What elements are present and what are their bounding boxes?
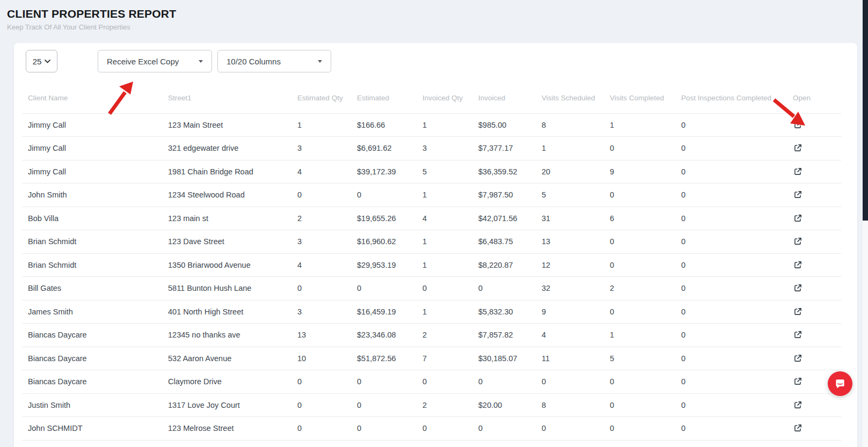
cell-open [787,207,841,230]
cell-visits-scheduled: 11 [536,347,604,370]
cell-open [787,184,841,207]
cell-estimated: 0 [351,184,417,207]
external-link-icon [794,167,802,175]
cell-client-name: John Smith [22,184,162,207]
open-row-button[interactable] [793,353,803,363]
cell-visits-scheduled: 20 [536,160,604,184]
cell-street1: 401 North High Street [162,300,291,324]
receive-excel-copy-dropdown[interactable]: Receive Excel Copy [98,50,212,72]
chevron-down-icon [45,60,50,63]
cell-visits-completed: 0 [604,417,675,441]
external-link-icon [794,144,802,152]
open-row-button[interactable] [793,423,803,433]
cell-street1: 532 Aaron Avenue [162,347,291,370]
cell-post-inspections-completed: 0 [675,113,787,137]
cell-estimated: $6,691.62 [351,137,417,160]
cell-visits-completed: 0 [604,184,675,207]
open-row-button[interactable] [793,236,803,246]
cell-open [787,113,841,137]
cell-invoiced: $7,857.82 [472,324,536,347]
table-row: Biancas Daycare 532 Aaron Avenue 10 $51,… [22,347,841,370]
cell-street1: 321 edgewater drive [162,137,291,160]
cell-street1: 123 main st [162,207,291,230]
open-row-button[interactable] [793,189,803,200]
open-row-button[interactable] [793,166,803,177]
cell-post-inspections-completed: 0 [675,207,787,230]
table-body: Jimmy Call 123 Main Street 1 $166.66 1 $… [22,113,841,440]
scrollbar[interactable] [863,0,868,447]
cell-client-name: John SCHMIDT [22,417,162,441]
cell-open [787,300,841,324]
cell-open [787,277,841,301]
cell-open [787,230,841,254]
open-row-button[interactable] [793,283,803,293]
cell-estimated: $16,960.62 [351,230,417,254]
table-controls: 25 Receive Excel Copy 10/20 Columns [14,43,857,72]
cell-invoiced-qty: 1 [417,113,472,137]
open-row-button[interactable] [793,213,803,223]
chat-launcher-button[interactable] [828,371,852,396]
cell-visits-completed: 5 [604,347,675,370]
cell-client-name: Jimmy Call [22,113,162,137]
open-row-button[interactable] [793,376,803,386]
cell-estimated-qty: 3 [291,300,351,324]
columns-dropdown[interactable]: 10/20 Columns [217,50,331,72]
cell-street1: 1350 Briarwood Avenue [162,253,291,277]
cell-estimated: 0 [351,370,417,394]
column-header-invoiced-qty[interactable]: Invoiced Qty [417,83,472,113]
cell-invoiced: $7,987.50 [472,184,536,207]
cell-invoiced: $8,220.87 [472,253,536,277]
open-row-button[interactable] [793,120,803,130]
chat-bubble-icon [834,378,846,390]
column-header-visits-scheduled[interactable]: Visits Scheduled [536,83,604,113]
cell-visits-scheduled: 32 [536,277,604,301]
page-size-select[interactable]: 25 [26,50,57,72]
cell-estimated-qty: 0 [291,184,351,207]
scrollbar-thumb[interactable] [863,0,868,221]
cell-street1: 1317 Love Joy Court [162,393,291,417]
cell-street1: 123 Main Street [162,113,291,137]
open-row-button[interactable] [793,260,803,270]
cell-client-name: Bob Villa [22,207,162,230]
cell-client-name: James Smith [22,300,162,324]
table-row: Biancas Daycare 12345 no thanks ave 13 $… [22,324,841,347]
table-row: Justin Smith 1317 Love Joy Court 0 0 2 $… [22,393,841,417]
external-link-icon [794,331,802,339]
cell-street1: Claymore Drive [162,370,291,394]
cell-estimated-qty: 3 [291,230,351,254]
cell-visits-scheduled: 13 [536,230,604,254]
column-header-street1[interactable]: Street1 [162,83,291,113]
open-row-button[interactable] [793,400,803,410]
cell-visits-scheduled: 9 [536,300,604,324]
column-header-estimated-qty[interactable]: Estimated Qty [291,83,351,113]
column-header-client-name[interactable]: Client Name [22,83,162,113]
external-link-icon [794,237,802,245]
cell-post-inspections-completed: 0 [675,253,787,277]
cell-invoiced-qty: 0 [417,277,472,301]
external-link-icon [794,284,802,292]
cell-estimated-qty: 0 [291,370,351,394]
open-row-button[interactable] [793,306,803,317]
cell-estimated: 0 [351,417,417,441]
cell-client-name: Jimmy Call [22,160,162,184]
table-row: Bob Villa 123 main st 2 $19,655.26 4 $42… [22,207,841,230]
cell-post-inspections-completed: 0 [675,184,787,207]
cell-post-inspections-completed: 0 [675,230,787,254]
cell-visits-completed: 1 [604,324,675,347]
receive-excel-copy-label: Receive Excel Copy [107,57,179,66]
column-header-invoiced[interactable]: Invoiced [472,83,536,113]
columns-dropdown-label: 10/20 Columns [227,57,281,66]
column-header-visits-completed[interactable]: Visits Completed [604,83,675,113]
cell-street1: 1981 Chain Bridge Road [162,160,291,184]
column-header-post-inspections-completed[interactable]: Post Inspections Completed [675,83,787,113]
cell-open [787,324,841,347]
cell-visits-completed: 0 [604,230,675,254]
column-header-estimated[interactable]: Estimated [351,83,417,113]
column-header-open[interactable]: Open [787,83,841,113]
cell-visits-completed: 0 [604,393,675,417]
cell-invoiced-qty: 1 [417,253,472,277]
cell-open [787,347,841,370]
cell-street1: 1234 Steelwood Road [162,184,291,207]
open-row-button[interactable] [793,329,803,340]
open-row-button[interactable] [793,143,803,153]
